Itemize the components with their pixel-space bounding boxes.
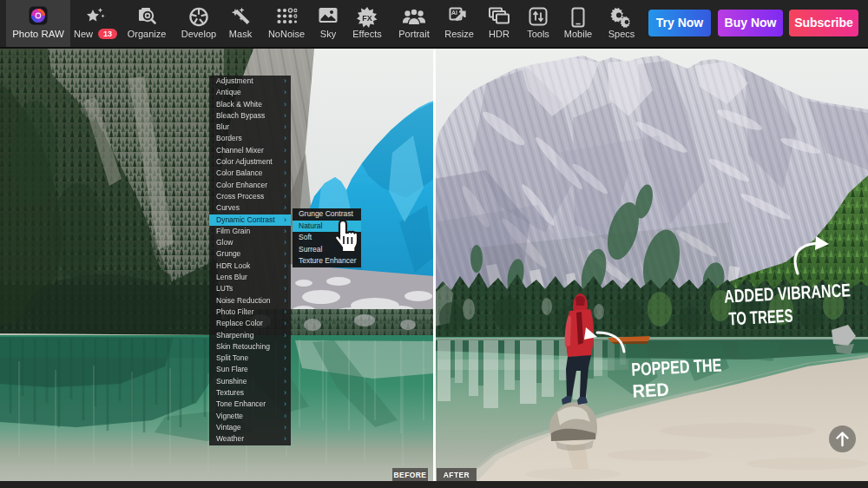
svg-text:RED: RED	[632, 379, 669, 401]
svg-text:TO TREES: TO TREES	[728, 306, 793, 329]
svg-text:FX: FX	[362, 14, 372, 23]
svg-text:AI: AI	[451, 10, 457, 16]
